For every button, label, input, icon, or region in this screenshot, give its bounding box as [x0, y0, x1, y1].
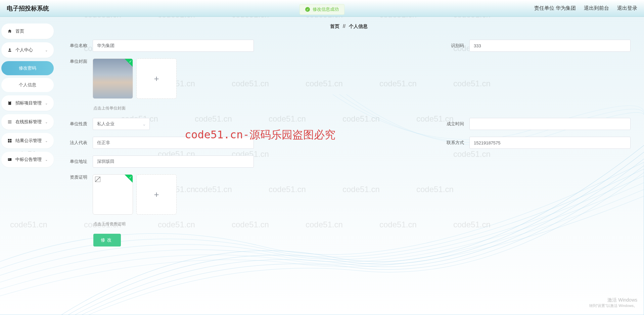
qualification-upload-hint: 点击上传资质证明 [93, 221, 631, 227]
sidebar-item-label: 首页 [15, 28, 24, 34]
submit-button[interactable]: 修改 [93, 234, 121, 246]
sidebar-item-bid-project[interactable]: 招标项目管理 ⌄ [1, 95, 54, 111]
sidebar-item-label: 结果公示管理 [15, 138, 42, 144]
chevron-down-icon: ⌄ [45, 120, 48, 124]
svg-rect-2 [9, 101, 11, 102]
breadcrumb-home[interactable]: 首页 [330, 24, 339, 29]
establish-label: 成立时间 [444, 121, 464, 127]
establish-input[interactable] [469, 118, 631, 130]
check-icon: ✓ [305, 7, 310, 12]
main-content: 首页 // 个人信息 单位名称 识别码 单位封面 [54, 17, 644, 312]
svg-rect-1 [8, 101, 11, 105]
add-cover-button[interactable]: + [136, 58, 177, 99]
header: 电子招投标系统 ✓ 修改信息成功 责任单位 华为集团 退出到前台 退出登录 [0, 0, 644, 17]
breadcrumb-sep: // [343, 24, 346, 29]
org-type-label: 单位性质 [67, 121, 87, 127]
exit-to-front-link[interactable]: 退出到前台 [584, 5, 609, 11]
add-qualification-button[interactable]: + [136, 174, 177, 215]
sidebar-item-home[interactable]: 首页 [1, 24, 54, 39]
uploaded-qualification-image[interactable] [93, 174, 133, 215]
logout-link[interactable]: 退出登录 [617, 5, 637, 11]
org-name-label: 单位名称 [67, 43, 87, 49]
contact-input[interactable] [469, 137, 631, 149]
org-cover-label: 单位封面 [67, 58, 87, 64]
svg-rect-5 [8, 123, 12, 123]
address-label: 单位地址 [67, 159, 87, 165]
sidebar-item-label: 中标公告管理 [15, 156, 42, 163]
list-icon [7, 120, 12, 124]
id-code-label: 识别码 [444, 43, 464, 49]
org-name-input[interactable] [93, 40, 254, 52]
legal-rep-input[interactable] [93, 137, 254, 149]
sidebar: 首页 个人中心 ⌄ 修改密码 个人信息 招标项目管理 ⌄ [0, 17, 54, 312]
svg-rect-3 [8, 121, 12, 121]
svg-point-0 [9, 48, 11, 50]
success-toast: ✓ 修改信息成功 [300, 4, 344, 15]
svg-rect-6 [8, 139, 10, 141]
windows-activate-line2: 转到"设置"以激活 Windows。 [589, 303, 638, 308]
org-label[interactable]: 责任单位 华为集团 [534, 5, 576, 11]
windows-activate-line1: 激活 Windows [589, 297, 638, 303]
id-code-input[interactable] [469, 40, 631, 52]
upload-success-icon [125, 175, 133, 183]
home-icon [7, 29, 12, 34]
address-input[interactable] [93, 155, 254, 168]
sidebar-sub-password[interactable]: 修改密码 [1, 61, 54, 75]
svg-rect-4 [8, 122, 12, 122]
svg-rect-7 [10, 139, 12, 141]
svg-rect-8 [8, 141, 10, 143]
sidebar-item-label: 招标项目管理 [15, 100, 42, 106]
breadcrumb-current: 个人信息 [349, 24, 368, 29]
sidebar-item-personal[interactable]: 个人中心 ⌄ [1, 42, 54, 58]
chevron-down-icon: ⌄ [45, 48, 48, 52]
app-logo: 电子招投标系统 [7, 4, 49, 12]
windows-activation-watermark: 激活 Windows 转到"设置"以激活 Windows。 [589, 297, 638, 308]
chevron-down-icon: ⌄ [45, 101, 48, 105]
sidebar-sub-info[interactable]: 个人信息 [1, 78, 54, 92]
announcement-icon [7, 157, 12, 162]
user-icon [7, 48, 12, 52]
toast-text: 修改信息成功 [313, 6, 339, 12]
breadcrumb: 首页 // 个人信息 [67, 24, 631, 30]
upload-success-icon [125, 59, 133, 67]
grid-icon [7, 138, 12, 143]
plus-icon: + [154, 74, 159, 84]
sidebar-item-label: 在线投标管理 [15, 119, 42, 125]
svg-rect-11 [9, 159, 10, 159]
sidebar-item-result[interactable]: 结果公示管理 ⌄ [1, 133, 54, 148]
chevron-down-icon: ⌄ [45, 158, 48, 162]
sidebar-item-online-bid[interactable]: 在线投标管理 ⌄ [1, 114, 54, 130]
uploaded-cover-image[interactable] [93, 58, 133, 99]
legal-rep-label: 法人代表 [67, 140, 87, 146]
plus-icon: + [154, 189, 159, 200]
qualification-label: 资质证明 [67, 174, 87, 180]
cover-upload-hint: 点击上传单位封面 [93, 105, 631, 111]
org-type-select[interactable]: 私人企业 [93, 118, 150, 130]
contact-label: 联系方式 [444, 140, 464, 146]
chevron-down-icon: ⌄ [45, 139, 48, 143]
sidebar-item-winning[interactable]: 中标公告管理 ⌄ [1, 152, 54, 167]
svg-rect-9 [10, 141, 12, 143]
sidebar-item-label: 个人中心 [15, 47, 33, 53]
svg-rect-10 [8, 158, 12, 161]
org-type-value: 私人企业 [97, 121, 114, 127]
clipboard-icon [7, 101, 12, 105]
